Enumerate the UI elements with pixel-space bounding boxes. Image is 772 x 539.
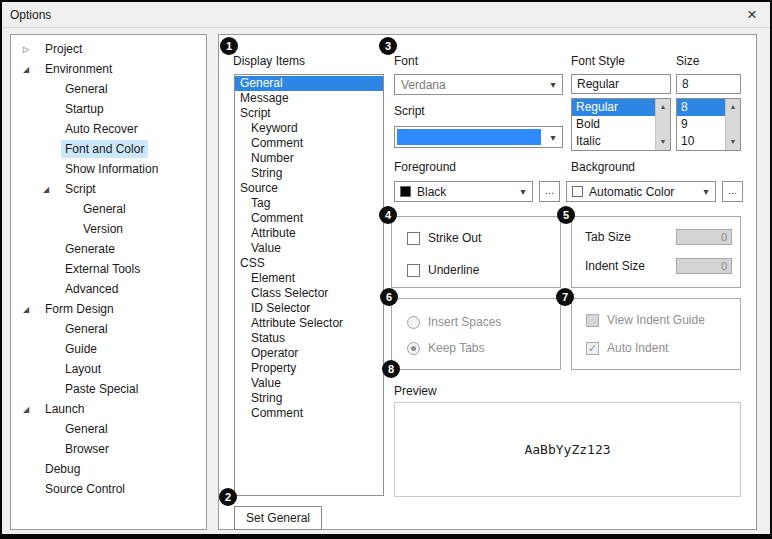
display-item-element[interactable]: Element	[235, 271, 383, 286]
size-list: 8910 ▲ ▼	[676, 98, 741, 151]
view-indent-guide-checkbox	[586, 314, 599, 327]
display-item-value[interactable]: Value	[235, 376, 383, 391]
display-item-number[interactable]: Number	[235, 151, 383, 166]
size-scrollbar[interactable]: ▲ ▼	[725, 99, 740, 150]
tree-item-form-design[interactable]: ◢Form Design	[11, 299, 206, 319]
text-effects-group: Strike Out Underline	[391, 216, 561, 288]
display-items-label: Display Items	[233, 54, 305, 68]
tree-item-label: General	[79, 200, 130, 218]
tree-item-startup[interactable]: Startup	[11, 99, 206, 119]
step-badge-6: 6	[380, 288, 398, 306]
size-option-8[interactable]: 8	[677, 99, 725, 116]
expanded-expander-icon[interactable]: ◢	[23, 305, 41, 314]
strike-out-label: Strike Out	[428, 231, 481, 245]
scroll-down-icon[interactable]: ▼	[656, 135, 670, 149]
tree-item-project[interactable]: ▷Project	[11, 39, 206, 59]
tree-item-external-tools[interactable]: External Tools	[11, 259, 206, 279]
tree-item-label: Script	[61, 180, 100, 198]
display-item-script[interactable]: Script	[235, 106, 383, 121]
tree-item-show-information[interactable]: Show Information	[11, 159, 206, 179]
font-style-option-regular[interactable]: Regular	[572, 99, 655, 116]
tree-item-generate[interactable]: Generate	[11, 239, 206, 259]
display-item-css[interactable]: CSS	[235, 256, 383, 271]
size-option-9[interactable]: 9	[677, 116, 725, 133]
expanded-expander-icon[interactable]: ◢	[23, 405, 41, 414]
tree-item-launch[interactable]: ◢Launch	[11, 399, 206, 419]
close-icon[interactable]: ×	[734, 5, 770, 25]
step-badge-7: 7	[556, 288, 574, 306]
font-family-select[interactable]: Verdana ▾	[394, 74, 563, 95]
tree-item-environment[interactable]: ◢Environment	[11, 59, 206, 79]
tree-item-auto-recover[interactable]: Auto Recover	[11, 119, 206, 139]
display-item-class-selector[interactable]: Class Selector	[235, 286, 383, 301]
foreground-color-select[interactable]: Black ▾	[394, 181, 533, 202]
display-item-source[interactable]: Source	[235, 181, 383, 196]
display-item-attribute[interactable]: Attribute	[235, 226, 383, 241]
tree-item-layout[interactable]: Layout	[11, 359, 206, 379]
tree-item-label: General	[61, 420, 112, 438]
font-family-value: Verdana	[395, 78, 446, 92]
script-select[interactable]: ▾	[394, 126, 563, 148]
display-item-tag[interactable]: Tag	[235, 196, 383, 211]
display-item-value[interactable]: Value	[235, 241, 383, 256]
tree-item-label: Browser	[61, 440, 113, 458]
tree-item-label: Source Control	[41, 480, 129, 498]
size-options: 8910	[677, 99, 725, 150]
strike-out-checkbox[interactable]	[407, 232, 420, 245]
tree-item-browser[interactable]: Browser	[11, 439, 206, 459]
tree-item-script[interactable]: ◢Script	[11, 179, 206, 199]
scroll-up-icon[interactable]: ▲	[656, 100, 670, 114]
tree-item-general[interactable]: General	[11, 199, 206, 219]
display-item-property[interactable]: Property	[235, 361, 383, 376]
background-more-button[interactable]: ...	[722, 181, 743, 202]
font-style-option-italic[interactable]: Italic	[572, 133, 655, 150]
expanded-expander-icon[interactable]: ◢	[43, 185, 61, 194]
display-item-string[interactable]: String	[235, 166, 383, 181]
display-item-comment[interactable]: Comment	[235, 136, 383, 151]
step-badge-3: 3	[379, 37, 397, 55]
chevron-down-icon: ▾	[514, 186, 532, 197]
tree-item-general[interactable]: General	[11, 79, 206, 99]
expanded-expander-icon[interactable]: ◢	[23, 65, 41, 74]
tree-item-general[interactable]: General	[11, 319, 206, 339]
size-option-10[interactable]: 10	[677, 133, 725, 150]
display-item-string[interactable]: String	[235, 391, 383, 406]
display-item-keyword[interactable]: Keyword	[235, 121, 383, 136]
auto-indent-label: Auto Indent	[607, 341, 668, 355]
display-item-operator[interactable]: Operator	[235, 346, 383, 361]
underline-checkbox[interactable]	[407, 264, 420, 277]
tree-item-label: Generate	[61, 240, 119, 258]
tree-item-general[interactable]: General	[11, 419, 206, 439]
font-style-option-bold[interactable]: Bold	[572, 116, 655, 133]
chevron-down-icon: ▾	[697, 186, 715, 197]
display-item-comment[interactable]: Comment	[235, 406, 383, 421]
display-item-general[interactable]: General	[235, 76, 383, 91]
auto-indent-checkbox	[586, 342, 599, 355]
set-general-button[interactable]: Set General	[234, 506, 322, 530]
scroll-up-icon[interactable]: ▲	[726, 100, 740, 114]
tree-item-font-and-color[interactable]: Font and Color	[11, 139, 206, 159]
display-item-comment[interactable]: Comment	[235, 211, 383, 226]
font-style-scrollbar[interactable]: ▲ ▼	[655, 99, 670, 150]
background-color-select[interactable]: Automatic Color ▾	[566, 181, 716, 202]
step-badge-1: 1	[220, 37, 238, 55]
insert-spaces-label: Insert Spaces	[428, 315, 501, 329]
font-style-input[interactable]: Regular	[571, 74, 671, 94]
foreground-swatch-icon	[400, 186, 411, 197]
tree-item-guide[interactable]: Guide	[11, 339, 206, 359]
collapsed-expander-icon[interactable]: ▷	[23, 45, 41, 54]
display-item-message[interactable]: Message	[235, 91, 383, 106]
window-title: Options	[2, 8, 51, 22]
tree-item-paste-special[interactable]: Paste Special	[11, 379, 206, 399]
display-item-status[interactable]: Status	[235, 331, 383, 346]
tree-item-version[interactable]: Version	[11, 219, 206, 239]
preview-area: AaBbYyZz123	[394, 402, 741, 497]
display-item-attribute-selector[interactable]: Attribute Selector	[235, 316, 383, 331]
tree-item-advanced[interactable]: Advanced	[11, 279, 206, 299]
tree-item-debug[interactable]: Debug	[11, 459, 206, 479]
tree-item-source-control[interactable]: Source Control	[11, 479, 206, 499]
display-item-id-selector[interactable]: ID Selector	[235, 301, 383, 316]
foreground-more-button[interactable]: ...	[539, 181, 560, 202]
scroll-down-icon[interactable]: ▼	[726, 135, 740, 149]
size-input[interactable]: 8	[676, 74, 741, 94]
